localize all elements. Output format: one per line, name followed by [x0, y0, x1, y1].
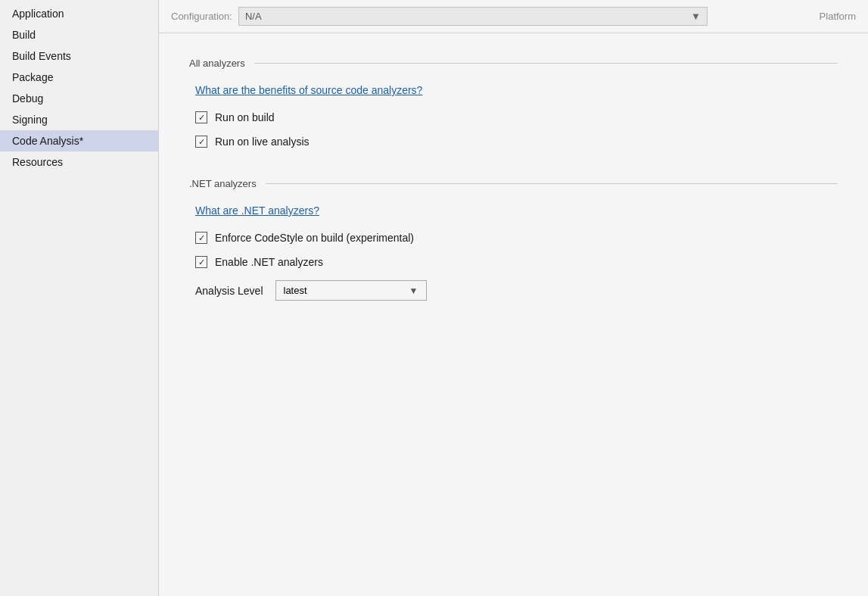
analysis-level-row: Analysis Level latest ▼	[195, 280, 838, 301]
all-analyzers-divider	[254, 63, 838, 64]
sidebar-item-build[interactable]: Build	[0, 24, 158, 45]
net-analyzers-section: .NET analyzers What are .NET analyzers? …	[189, 178, 838, 301]
run-on-live-analysis-label: Run on live analysis	[215, 136, 310, 148]
sidebar-item-package[interactable]: Package	[0, 67, 158, 88]
enforce-codestyle-row: ✓ Enforce CodeStyle on build (experiment…	[195, 232, 838, 244]
enforce-codestyle-checkbox[interactable]: ✓	[195, 232, 207, 244]
run-on-build-label: Run on build	[215, 111, 275, 123]
sidebar-item-application[interactable]: Application	[0, 3, 158, 24]
sidebar-item-code-analysis[interactable]: Code Analysis*	[0, 130, 158, 151]
checkmark-icon: ✓	[198, 138, 205, 146]
main-panel: Configuration: N/A ▼ Platform All analyz…	[159, 0, 868, 596]
analysis-level-value: latest	[284, 285, 307, 296]
all-analyzers-section: All analyzers What are the benefits of s…	[189, 58, 838, 148]
config-dropdown-arrow-icon: ▼	[691, 11, 701, 22]
run-on-live-analysis-row: ✓ Run on live analysis	[195, 136, 838, 148]
net-analyzers-link[interactable]: What are .NET analyzers?	[195, 204, 319, 217]
checkmark-icon: ✓	[198, 234, 205, 242]
sidebar-item-build-events[interactable]: Build Events	[0, 45, 158, 67]
checkmark-icon: ✓	[198, 258, 205, 267]
net-analyzers-header: .NET analyzers	[189, 178, 838, 189]
analysis-level-label: Analysis Level	[195, 285, 263, 297]
platform-label: Platform	[820, 11, 856, 22]
enable-net-analyzers-label: Enable .NET analyzers	[215, 256, 323, 268]
content-area: All analyzers What are the benefits of s…	[159, 33, 868, 596]
header-bar: Configuration: N/A ▼ Platform	[159, 0, 868, 33]
run-on-live-analysis-checkbox[interactable]: ✓	[195, 136, 207, 148]
run-on-build-checkbox[interactable]: ✓	[195, 111, 207, 123]
analysis-level-dropdown[interactable]: latest ▼	[275, 280, 427, 301]
sidebar-item-resources[interactable]: Resources	[0, 151, 158, 173]
all-analyzers-link[interactable]: What are the benefits of source code ana…	[195, 84, 422, 96]
configuration-label: Configuration:	[171, 11, 232, 22]
enforce-codestyle-label: Enforce CodeStyle on build (experimental…	[215, 232, 414, 244]
sidebar-item-signing[interactable]: Signing	[0, 109, 158, 130]
all-analyzers-header: All analyzers	[189, 58, 838, 69]
analysis-level-dropdown-arrow-icon: ▼	[409, 286, 418, 296]
sidebar-item-debug[interactable]: Debug	[0, 88, 158, 109]
net-analyzers-divider	[266, 183, 838, 184]
sidebar: Application Build Build Events Package D…	[0, 0, 159, 596]
enable-net-analyzers-checkbox[interactable]: ✓	[195, 256, 207, 268]
checkmark-icon: ✓	[198, 114, 205, 122]
all-analyzers-title: All analyzers	[189, 58, 245, 69]
run-on-build-row: ✓ Run on build	[195, 111, 838, 123]
configuration-dropdown[interactable]: N/A ▼	[238, 7, 708, 26]
net-analyzers-title: .NET analyzers	[189, 178, 257, 189]
enable-net-analyzers-row: ✓ Enable .NET analyzers	[195, 256, 838, 268]
